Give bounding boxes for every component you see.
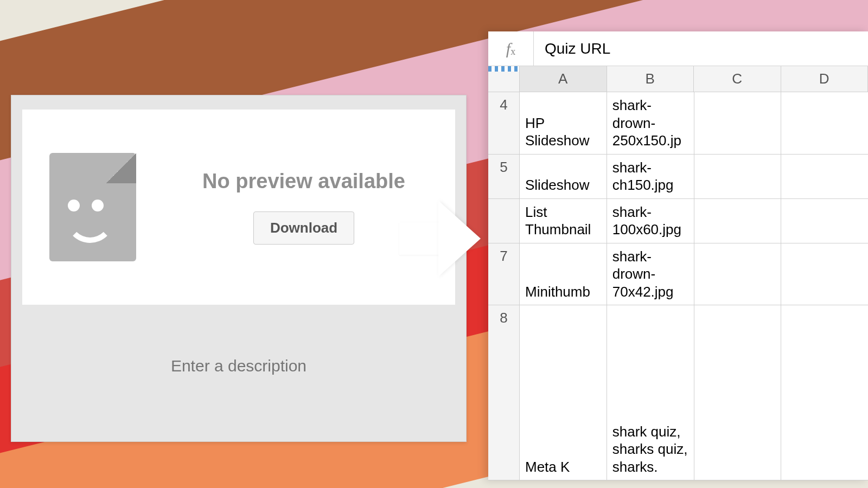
cell[interactable]	[781, 243, 868, 305]
table-row: List Thumbnail shark-100x60.jpg	[488, 199, 868, 243]
cell[interactable]	[694, 305, 782, 480]
preview-body: No preview available Download	[22, 110, 455, 305]
cell[interactable]: List Thumbnail	[520, 199, 607, 243]
column-header-d[interactable]: D	[781, 66, 869, 92]
column-headers: A B C D	[488, 66, 868, 92]
fx-icon: fx	[488, 31, 534, 66]
cell[interactable]: shark-drown-250x150.jp	[607, 92, 694, 154]
row-header[interactable]: 8	[488, 305, 520, 480]
spreadsheet-grid: 4 HP Slideshow shark-drown-250x150.jp 5 …	[488, 92, 868, 480]
row-header[interactable]: 5	[488, 155, 520, 198]
table-row: 4 HP Slideshow shark-drown-250x150.jp	[488, 92, 868, 155]
table-row: 8 Meta K shark quiz, sharks quiz, sharks…	[488, 305, 868, 480]
cell[interactable]: shark-drown-70x42.jpg	[607, 243, 694, 305]
cell[interactable]	[694, 199, 782, 243]
select-all-corner[interactable]	[488, 66, 520, 92]
column-header-c[interactable]: C	[694, 66, 781, 92]
cell[interactable]	[694, 92, 782, 154]
column-header-a[interactable]: A	[520, 66, 607, 92]
cell[interactable]: Slideshow	[520, 155, 607, 198]
file-icon	[39, 145, 147, 269]
row-header[interactable]: 7	[488, 243, 520, 305]
cell[interactable]	[781, 305, 868, 480]
cell[interactable]	[694, 155, 782, 198]
file-preview-card: No preview available Download	[11, 95, 467, 442]
spreadsheet-panel: fx A B C D 4 HP Slideshow shark-drown-25…	[488, 31, 868, 480]
cell[interactable]: Meta K	[520, 305, 607, 480]
description-input[interactable]	[22, 357, 455, 375]
no-preview-label: No preview available	[202, 170, 405, 193]
cell[interactable]: Minithumb	[520, 243, 607, 305]
row-header[interactable]: 4	[488, 92, 520, 154]
cell[interactable]	[781, 92, 868, 154]
formula-input[interactable]	[534, 31, 868, 66]
cell[interactable]: shark-100x60.jpg	[607, 199, 694, 243]
column-header-b[interactable]: B	[607, 66, 694, 92]
cell[interactable]: shark-ch150.jpg	[607, 155, 694, 198]
cell[interactable]: shark quiz, sharks quiz, sharks.	[607, 305, 694, 480]
arrow-icon	[438, 201, 481, 277]
cell[interactable]: HP Slideshow	[520, 92, 607, 154]
cell[interactable]	[781, 155, 868, 198]
table-row: 5 Slideshow shark-ch150.jpg	[488, 155, 868, 199]
row-header[interactable]	[488, 199, 520, 243]
download-button[interactable]: Download	[253, 211, 354, 245]
table-row: 7 Minithumb shark-drown-70x42.jpg	[488, 243, 868, 306]
cell[interactable]	[694, 243, 782, 305]
cell[interactable]	[781, 199, 868, 243]
formula-bar: fx	[488, 31, 868, 66]
